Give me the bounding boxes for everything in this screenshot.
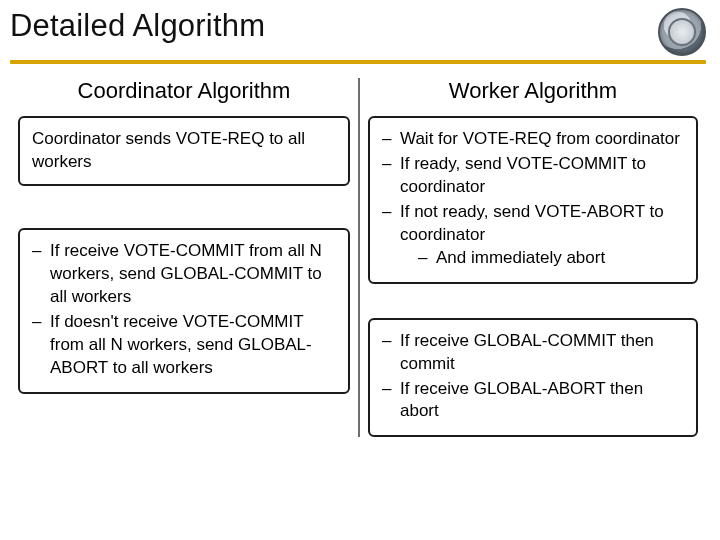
left-heading: Coordinator Algorithm (18, 78, 350, 104)
columns: Coordinator Algorithm Coordinator sends … (10, 78, 706, 437)
list-item: If ready, send VOTE-COMMIT to coordinato… (382, 153, 684, 199)
right-box-1-list: Wait for VOTE-REQ from coordinator If re… (382, 128, 684, 270)
seal-icon (658, 8, 706, 56)
left-box-1: Coordinator sends VOTE-REQ to all worker… (18, 116, 350, 186)
slide-title: Detailed Algorithm (10, 8, 265, 44)
title-underline (10, 60, 706, 64)
list-item: If receive GLOBAL-ABORT then abort (382, 378, 684, 424)
left-column: Coordinator Algorithm Coordinator sends … (10, 78, 358, 437)
list-item: If not ready, send VOTE-ABORT to coordin… (382, 201, 684, 270)
right-column: Worker Algorithm Wait for VOTE-REQ from … (358, 78, 706, 437)
list-item: If receive GLOBAL-COMMIT then commit (382, 330, 684, 376)
right-box-1-nested: And immediately abort (418, 247, 684, 270)
right-box-2-list: If receive GLOBAL-COMMIT then commit If … (382, 330, 684, 424)
left-box-1-text: Coordinator sends VOTE-REQ to all worker… (32, 129, 305, 171)
list-item: If doesn't receive VOTE-COMMIT from all … (32, 311, 336, 380)
right-box-2: If receive GLOBAL-COMMIT then commit If … (368, 318, 698, 438)
list-item: And immediately abort (418, 247, 684, 270)
list-item: Wait for VOTE-REQ from coordinator (382, 128, 684, 151)
list-item: If receive VOTE-COMMIT from all N worker… (32, 240, 336, 309)
left-box-2-list: If receive VOTE-COMMIT from all N worker… (32, 240, 336, 380)
left-box-2: If receive VOTE-COMMIT from all N worker… (18, 228, 350, 394)
title-row: Detailed Algorithm (0, 8, 720, 56)
right-heading: Worker Algorithm (368, 78, 698, 104)
list-item-text: If not ready, send VOTE-ABORT to coordin… (400, 202, 664, 244)
right-box-1: Wait for VOTE-REQ from coordinator If re… (368, 116, 698, 284)
